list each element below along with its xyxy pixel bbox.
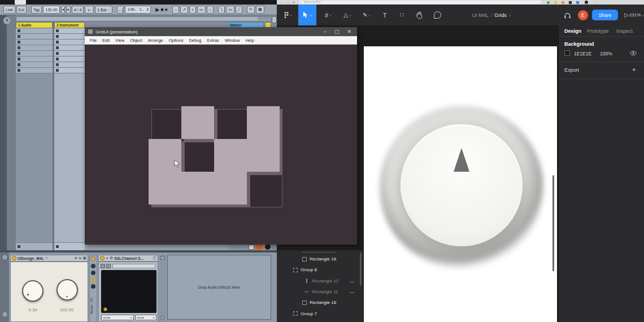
background-opacity-value[interactable]: 100%: [600, 51, 612, 56]
hidden-eye-icon[interactable]: [349, 280, 355, 284]
audio-effects-drop-zone[interactable]: Drop Audio Effects Here: [167, 255, 271, 320]
record-button[interactable]: ●: [165, 6, 168, 13]
back-to-arrangement-button[interactable]: [255, 245, 263, 250]
plugin-hotswap-icon[interactable]: [91, 277, 95, 282]
draw-mode-button[interactable]: ╲: [218, 6, 225, 14]
track-header-audio[interactable]: 1 Audio: [16, 22, 53, 28]
device1-header[interactable]: UIDesign_M4L ✳ ⊕ ⊚ ▣: [10, 255, 88, 262]
clip-slot[interactable]: [54, 34, 85, 40]
clip-slot[interactable]: [54, 68, 85, 73]
plugin-screen-knob[interactable]: [103, 307, 107, 311]
menu-extras[interactable]: Extras: [207, 38, 219, 43]
device2-fold-icon[interactable]: ▼: [106, 256, 108, 260]
pen-tool-icon[interactable]: ✎∨: [359, 5, 374, 25]
minimize-icon[interactable]: –: [324, 29, 327, 34]
stop-all-clips-button[interactable]: [249, 245, 254, 250]
grid-cell-raised[interactable]: [184, 175, 217, 207]
metronome-toggle[interactable]: ◑∨: [85, 6, 94, 14]
hidden-eye-icon[interactable]: [349, 290, 355, 295]
sidechain-select-1[interactable]: none▼: [101, 315, 134, 320]
gridui-titlebar[interactable]: GridUI (presentation) – ▢ ✕: [85, 27, 357, 36]
link-button[interactable]: Link: [3, 6, 15, 14]
resources-tool-icon[interactable]: ∷: [395, 5, 408, 25]
midi-map-button[interactable]: ▦: [256, 6, 264, 14]
window-tab[interactable]: [15, 0, 26, 5]
knob-1[interactable]: [22, 280, 43, 302]
quantize-menu[interactable]: 1 Bar ∨: [95, 6, 112, 14]
tab-design[interactable]: Design: [564, 28, 581, 34]
grid-cell-raised[interactable]: [184, 109, 217, 142]
clip-slot[interactable]: [54, 28, 85, 34]
grid-cell-dark[interactable]: [184, 142, 217, 175]
gridui-canvas[interactable]: [85, 45, 357, 245]
main-menu-icon[interactable]: ∨: [280, 5, 295, 25]
hand-tool-icon[interactable]: [412, 5, 426, 25]
time-signature-field[interactable]: 4 / 4: [72, 6, 84, 14]
divider-top-icon[interactable]: [160, 256, 164, 260]
clip-stop-row-audio[interactable]: [16, 242, 53, 250]
clip-slot[interactable]: [16, 51, 53, 56]
maximize-icon[interactable]: ▢: [334, 29, 340, 34]
nudge-down-button[interactable]: ◂: [61, 6, 66, 14]
clip-stop-row-instrument[interactable]: [54, 242, 85, 250]
bank-next-icon[interactable]: [106, 264, 111, 268]
device1-header-icons[interactable]: ⊕ ⊚ ▣: [74, 256, 86, 260]
knob-pointer-triangle[interactable]: [454, 148, 469, 172]
layer-row[interactable]: Rectangle 18: [277, 254, 363, 264]
plugin-expand-icon[interactable]: [91, 284, 95, 289]
ext-button[interactable]: Ext: [16, 6, 27, 14]
canvas-scrollbar[interactable]: [552, 175, 554, 271]
layer-row[interactable]: Group 8: [277, 264, 363, 275]
extension-icon-blue[interactable]: [576, 1, 579, 4]
menu-view[interactable]: View: [115, 38, 124, 43]
move-tool[interactable]: ∨: [298, 5, 316, 25]
bank-prev-icon[interactable]: [101, 264, 105, 268]
grid-cell-dark[interactable]: [217, 109, 250, 142]
arrangement-position[interactable]: 149. 1. 3: [125, 6, 151, 14]
clip-slot[interactable]: [16, 62, 53, 68]
clip-slot[interactable]: [16, 28, 53, 34]
clip-slot[interactable]: [16, 56, 53, 62]
grid-cell-raised[interactable]: [151, 142, 184, 175]
eye-icon[interactable]: [630, 50, 637, 56]
layer-row[interactable]: Rectangle 12: [277, 276, 363, 286]
clip-slot[interactable]: [54, 56, 85, 62]
tab-prototype[interactable]: Prototype: [587, 28, 609, 34]
grid-cell-raised[interactable]: [217, 175, 250, 207]
nudge-up-button[interactable]: ▸: [66, 6, 71, 14]
knob-2[interactable]: ▼: [56, 279, 78, 301]
menu-object[interactable]: Object: [130, 38, 142, 43]
zoom-menu[interactable]: 231%∨: [627, 5, 644, 25]
clip-slot[interactable]: [54, 40, 85, 45]
layer-row[interactable]: Rectangle 16: [277, 297, 363, 308]
file-title[interactable]: UI M4L / Grids ∨: [441, 5, 542, 25]
grid-cell-raised[interactable]: [217, 142, 250, 175]
extension-icon-dark[interactable]: [569, 1, 572, 4]
layer-row[interactable]: # GridBoxButton: [277, 319, 363, 322]
track-header-instrument[interactable]: 2 Instrument: [54, 22, 85, 28]
device-view-toggle-icon[interactable]: [2, 254, 8, 260]
clip-slot[interactable]: [16, 45, 53, 51]
extension-icon-green[interactable]: [547, 1, 550, 4]
grid-cell-raised[interactable]: [151, 175, 184, 207]
overdub-button[interactable]: −: [172, 6, 179, 14]
browser-forward-icon[interactable]: →: [286, 1, 289, 4]
key-map-button[interactable]: ✎: [247, 6, 255, 14]
grid-cell-raised[interactable]: [250, 109, 282, 142]
close-icon[interactable]: ✕: [347, 29, 351, 34]
layers-scrollbar[interactable]: [360, 253, 362, 285]
figma-canvas[interactable]: [363, 25, 558, 322]
clip-view-toggle-icon[interactable]: [2, 311, 8, 317]
clip-slot[interactable]: [16, 34, 53, 40]
headphones-icon[interactable]: [560, 5, 574, 25]
device2-header[interactable]: ▼ ⚙ SSLChannel S... Ⓕ: [98, 255, 158, 262]
punch-in-button[interactable]: +: [189, 6, 196, 14]
menu-edit[interactable]: Edit: [102, 38, 110, 43]
clip-slot[interactable]: [54, 45, 85, 51]
divider-bottom-icon[interactable]: [160, 316, 164, 320]
browser-menu-icon[interactable]: ⋮: [594, 1, 597, 4]
export-add-icon[interactable]: +: [632, 66, 636, 73]
layer-row[interactable]: Group 7: [277, 308, 363, 319]
file-name[interactable]: Grids: [494, 12, 507, 18]
extension-icon-yellow[interactable]: [554, 1, 557, 4]
